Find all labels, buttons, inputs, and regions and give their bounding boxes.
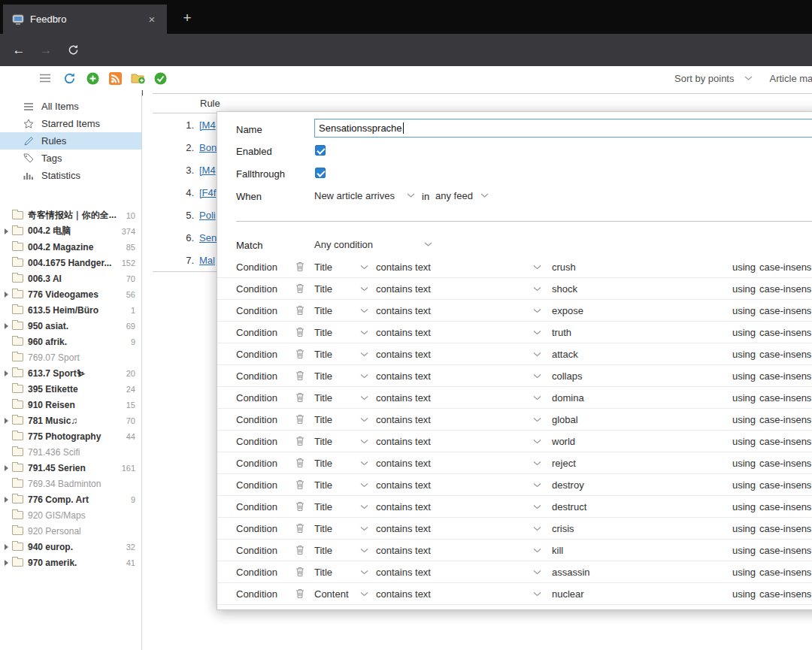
feed-folder-item[interactable]: 950 asiat. 69	[0, 318, 141, 334]
feed-folder-item[interactable]: 781 Music♫ 70	[0, 413, 141, 428]
expand-arrow-icon[interactable]	[5, 465, 8, 471]
trash-icon[interactable]	[295, 414, 304, 425]
forward-button[interactable]: →	[36, 34, 56, 66]
condition-value[interactable]: world	[552, 436, 575, 447]
rule-link[interactable]: Sen	[199, 232, 217, 243]
trash-icon[interactable]	[295, 392, 304, 403]
trash-icon[interactable]	[295, 349, 304, 359]
article-max-age-label[interactable]: Article max a	[770, 73, 812, 84]
match-mode-select[interactable]: Any condition	[314, 236, 432, 252]
condition-value[interactable]: shock	[552, 283, 577, 295]
feed-folder-item[interactable]: 613.5 Heim/Büro 1	[0, 302, 141, 318]
condition-value[interactable]: global	[552, 414, 578, 425]
feed-folder-item[interactable]: 920 GIS/Maps	[0, 507, 141, 523]
trash-icon[interactable]	[295, 283, 304, 294]
condition-value[interactable]: kill	[552, 545, 563, 556]
condition-value[interactable]: domina	[552, 392, 584, 404]
condition-field-select[interactable]: Title	[314, 327, 368, 338]
refresh-feeds-icon[interactable]	[61, 66, 77, 90]
condition-operator-select[interactable]: contains text	[376, 567, 541, 578]
condition-operator-select[interactable]: contains text	[376, 545, 541, 556]
condition-operator-select[interactable]: contains text	[376, 588, 541, 600]
case-sensitivity-select[interactable]: case-insens	[759, 283, 811, 295]
rule-link[interactable]: [M4	[199, 165, 216, 176]
sidebar-item-tags[interactable]: Tags	[0, 150, 141, 167]
expand-arrow-icon[interactable]	[5, 370, 8, 376]
condition-field-select[interactable]: Title	[314, 349, 368, 360]
feed-folder-item[interactable]: 940 europ. 32	[0, 539, 141, 555]
feed-folder-item[interactable]: 960 afrik. 9	[0, 334, 141, 349]
condition-value[interactable]: reject	[552, 458, 576, 469]
feed-folder-item[interactable]: 奇客情报站｜你的全... 10	[0, 207, 141, 223]
back-button[interactable]: ←	[9, 34, 29, 66]
condition-value[interactable]: crisis	[552, 523, 574, 534]
trash-icon[interactable]	[295, 458, 304, 468]
condition-value[interactable]: attack	[552, 349, 578, 360]
sidebar-item-starred-items[interactable]: Starred Items	[0, 115, 141, 132]
close-icon[interactable]: ×	[144, 13, 159, 26]
sidebar-item-statistics[interactable]: Statistics	[0, 167, 141, 184]
trash-icon[interactable]	[295, 479, 304, 490]
feed-scope-select[interactable]: any feed	[435, 187, 489, 204]
add-folder-icon[interactable]	[129, 66, 148, 90]
trash-icon[interactable]	[295, 588, 304, 599]
feed-folder-item[interactable]: 910 Reisen 15	[0, 397, 141, 413]
condition-value[interactable]: truth	[552, 327, 571, 338]
sort-by-control[interactable]: Sort by points Article max a	[674, 66, 812, 90]
mark-all-read-icon[interactable]	[152, 66, 168, 90]
expand-arrow-icon[interactable]	[5, 497, 8, 503]
expand-arrow-icon[interactable]	[5, 323, 8, 329]
condition-operator-select[interactable]: contains text	[376, 349, 541, 360]
trash-icon[interactable]	[295, 305, 304, 316]
condition-value[interactable]: collaps	[552, 370, 582, 382]
condition-operator-select[interactable]: contains text	[376, 458, 541, 469]
condition-field-select[interactable]: Title	[314, 305, 368, 316]
condition-field-select[interactable]: Title	[314, 479, 368, 491]
trash-icon[interactable]	[295, 523, 304, 534]
fallthrough-checkbox[interactable]	[315, 168, 326, 178]
condition-field-select[interactable]: Title	[314, 262, 368, 273]
condition-field-select[interactable]: Title	[314, 501, 368, 512]
case-sensitivity-select[interactable]: case-insens	[759, 479, 811, 491]
condition-field-select[interactable]: Title	[314, 392, 368, 404]
condition-value[interactable]: assassin	[552, 567, 590, 578]
feed-folder-item[interactable]: 004.1675 Handger... 152	[0, 255, 141, 271]
feed-folder-item[interactable]: 970 amerik. 41	[0, 555, 141, 570]
condition-field-select[interactable]: Title	[314, 523, 368, 534]
condition-value[interactable]: destruct	[552, 501, 586, 512]
feed-folder-item[interactable]: 776 Comp. Art 9	[0, 491, 141, 507]
feed-folder-item[interactable]: 769.07 Sport	[0, 349, 141, 365]
condition-value[interactable]: crush	[552, 262, 576, 273]
condition-operator-select[interactable]: contains text	[376, 414, 541, 425]
feed-folder-item[interactable]: 006.3 AI 70	[0, 271, 141, 286]
case-sensitivity-select[interactable]: case-insens	[759, 567, 811, 578]
feed-folder-item[interactable]: 920 Personal	[0, 523, 141, 539]
case-sensitivity-select[interactable]: case-insens	[759, 262, 811, 273]
expand-arrow-icon[interactable]	[5, 228, 8, 234]
condition-operator-select[interactable]: contains text	[376, 479, 541, 491]
condition-operator-select[interactable]: contains text	[376, 283, 541, 295]
case-sensitivity-select[interactable]: case-insens	[759, 305, 811, 316]
condition-field-select[interactable]: Title	[314, 436, 368, 447]
rule-link[interactable]: Poli	[199, 210, 216, 221]
condition-operator-select[interactable]: contains text	[376, 305, 541, 316]
condition-field-select[interactable]: Title	[314, 567, 368, 578]
case-sensitivity-select[interactable]: case-insens	[759, 414, 811, 425]
menu-icon[interactable]	[37, 66, 53, 90]
case-sensitivity-select[interactable]: case-insens	[759, 501, 811, 512]
browser-tab-feedbro[interactable]: Feedbro ×	[3, 5, 167, 34]
condition-operator-select[interactable]: contains text	[376, 327, 541, 338]
feed-folder-item[interactable]: 776 Videogames 56	[0, 286, 141, 302]
feed-folder-item[interactable]: 775 Photography 44	[0, 428, 141, 444]
rss-icon[interactable]	[107, 66, 123, 90]
expand-arrow-icon[interactable]	[5, 418, 8, 424]
condition-field-select[interactable]: Title	[314, 370, 368, 382]
expand-arrow-icon[interactable]	[5, 544, 8, 550]
add-feed-icon[interactable]	[84, 66, 101, 90]
feed-folder-item[interactable]: 613.7 Sport⛷ 20	[0, 365, 141, 381]
condition-operator-select[interactable]: contains text	[376, 262, 541, 273]
trash-icon[interactable]	[295, 370, 304, 381]
when-event-select[interactable]: New article arrives	[314, 187, 415, 204]
case-sensitivity-select[interactable]: case-insens	[759, 523, 811, 534]
case-sensitivity-select[interactable]: case-insens	[759, 588, 811, 600]
